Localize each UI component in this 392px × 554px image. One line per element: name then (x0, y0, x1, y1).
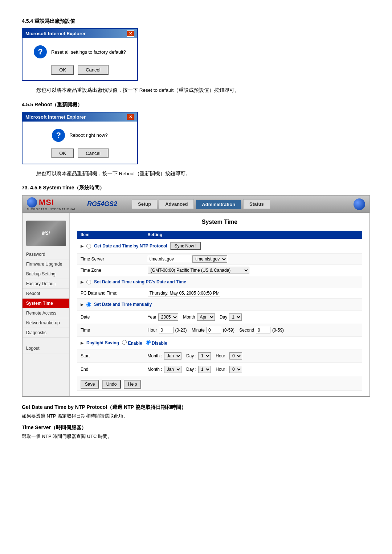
globe-icon (27, 197, 37, 208)
ntp-label: Get Date and Time by NTP Protocol (94, 243, 167, 249)
time-server-label-cell: Time Server (77, 254, 144, 265)
time-server-value-cell: time.nist.gov (144, 254, 362, 265)
section-456-title: 73. 4.5.6 System Time（系統時間） (22, 185, 370, 191)
sidebar-item-factory[interactable]: Factory Default (23, 279, 69, 289)
day-select[interactable]: 1 (229, 313, 242, 321)
daylight-arrow-icon: ▶ (81, 341, 83, 345)
year-select[interactable]: 2005 (158, 313, 178, 321)
nav-setup[interactable]: Setup (132, 199, 157, 209)
manual-header-row: ▶ Set Date and Time manually (77, 299, 362, 311)
sidebar-item-reboot[interactable]: Reboot (23, 289, 69, 299)
pc-date-radio[interactable] (86, 280, 91, 284)
dialog-title-2: Microsoft Internet Explorer (25, 114, 86, 120)
question-icon-2: ? (52, 129, 65, 142)
day-label: Day (220, 315, 227, 320)
daylight-radio-group: Enable Disable (122, 340, 167, 346)
logo-sub: MICROSTAR INTERNATIONAL (27, 208, 76, 211)
end-day-label: Day : (186, 367, 196, 372)
ok-button-1[interactable]: OK (51, 65, 74, 75)
nav-administration[interactable]: Administration (196, 200, 241, 209)
time-fields-cell: Hour (0-23) Minute (0-59) Second (144, 324, 362, 337)
time-server-input[interactable] (148, 256, 191, 262)
nav-status[interactable]: Status (243, 199, 270, 209)
undo-button[interactable]: Undo (102, 380, 121, 389)
date-label-cell: Date (77, 311, 144, 324)
time-zone-select[interactable]: (GMT-08:00) Pacific Time (US & Canada) (148, 267, 249, 274)
paragraph-455: 您也可以將本產品重新開機，按一下 Reboot（重新開機）按鈕即可。 (36, 170, 370, 178)
time-zone-label-cell: Time Zone (77, 265, 144, 276)
close-button-1[interactable]: ✕ (127, 30, 134, 37)
enable-label: Enable (122, 340, 142, 346)
start-month-select[interactable]: Jan (164, 352, 181, 360)
bottom-ntp-text: 如果要透過 NTP 協定取得日期和時間請選取此項。 (22, 413, 370, 420)
dialog-buttons-1: OK Cancel (51, 65, 108, 75)
start-day-select[interactable]: 1 (198, 352, 211, 360)
router-panel: MSI MICROSTAR INTERNATIONAL RG54GS2 Setu… (22, 195, 370, 397)
dialog-body-1: ? Reset all settings to factory default?… (23, 38, 137, 80)
daylight-end-row: End Month : Jan Day : 1 (77, 363, 362, 376)
router-content: System Time Item Setting ▶ (70, 213, 369, 396)
router-device-image: MSI (26, 221, 66, 246)
pc-date-label: Set Date and Time using PC's Date and Ti… (94, 279, 186, 284)
end-day-select[interactable]: 1 (198, 366, 211, 373)
date-fields-row: Year 2005 Month Apr Jan Feb (148, 312, 359, 322)
date-fields-cell: Year 2005 Month Apr Jan Feb (144, 311, 362, 324)
sidebar-item-remoteaccess[interactable]: Remote Access (23, 308, 69, 318)
nav-advanced[interactable]: Advanced (159, 199, 194, 209)
router-nav: Setup Advanced Administration Status (132, 199, 270, 209)
sidebar-item-password[interactable]: Password (23, 250, 69, 259)
date-row: Date Year 2005 Month Apr (77, 311, 362, 324)
enable-text: Enable (128, 341, 142, 346)
ntp-radio[interactable] (86, 244, 91, 249)
save-button[interactable]: Save (81, 380, 99, 389)
end-hour-select[interactable]: 0 (229, 366, 242, 373)
daylight-label: Daylight Saving (86, 340, 119, 345)
disable-radio[interactable] (146, 340, 151, 345)
ok-button-2[interactable]: OK (51, 148, 74, 158)
paragraph-454: 您也可以將本產品重設爲出廠預設值，按一下 Reset to default（重設… (36, 86, 370, 94)
cancel-button-1[interactable]: Cancel (78, 65, 108, 75)
sidebar-item-logout[interactable]: Logout (23, 344, 69, 353)
section-454-title: 4.5.4 重設爲出廠預設值 (22, 18, 370, 25)
daylight-start-row-fields: Month : Jan Day : 1 Hour : (148, 351, 359, 361)
enable-radio[interactable] (122, 340, 127, 345)
sidebar-item-systemtime[interactable]: System Time (23, 299, 69, 308)
second-input[interactable] (256, 327, 270, 333)
hour-input[interactable] (159, 327, 173, 333)
sidebar-item-firmware[interactable]: Firmware Upgrade (23, 259, 69, 269)
sync-now-button[interactable]: Sync Now ! (170, 242, 201, 250)
hour-range: (0-23) (175, 328, 187, 333)
dialog-body-2: ? Reboot right now? OK Cancel (23, 122, 137, 164)
month-select[interactable]: Apr Jan Feb Mar (197, 313, 215, 321)
time-row: Time Hour (0-23) Minute (0-59) (77, 324, 362, 337)
dialog-message-1: Reset all settings to factory default? (51, 49, 126, 55)
bottom-ntp-title: Get Date and Time by NTP Protocol（透過 NTP… (22, 404, 370, 411)
year-label: Year (148, 315, 156, 320)
help-button[interactable]: Help (124, 380, 142, 389)
end-month-select[interactable]: Jan (164, 366, 181, 373)
pc-date-header-row: ▶ Set Date and Time using PC's Date and … (77, 276, 362, 288)
sidebar-item-backup[interactable]: Backup Setting (23, 269, 69, 279)
pc-date-input[interactable] (148, 290, 220, 296)
sidebar-item-diagnostic[interactable]: Diagnostic (23, 328, 69, 338)
router-header-globe-icon (354, 198, 365, 210)
second-label: Second (239, 328, 254, 333)
pc-date-value-row: PC Date and Time: (77, 288, 362, 299)
hour-label: Hour (148, 328, 157, 333)
close-button-2[interactable]: ✕ (127, 114, 134, 120)
minute-input[interactable] (207, 327, 221, 333)
daylight-end-fields: Month : Jan Day : 1 Hour : (144, 363, 362, 376)
start-hour-select[interactable]: 0 (229, 352, 242, 360)
time-zone-row: Time Zone (GMT-08:00) Pacific Time (US &… (77, 265, 362, 276)
dialog-content-1: ? Reset all settings to factory default? (34, 45, 126, 58)
dialog-content-2: ? Reboot right now? (52, 129, 108, 142)
cancel-button-2[interactable]: Cancel (78, 148, 108, 158)
manual-radio[interactable] (86, 302, 91, 307)
pc-date-arrow-icon: ▶ (81, 280, 83, 284)
disable-label: Disable (146, 340, 167, 346)
manual-arrow-icon: ▶ (81, 303, 83, 307)
time-server-select[interactable]: time.nist.gov (192, 255, 227, 263)
start-month-label: Month : (148, 353, 162, 358)
pc-date-field-label: PC Date and Time: (77, 288, 144, 299)
sidebar-item-networkwakeup[interactable]: Network wake-up (23, 318, 69, 328)
